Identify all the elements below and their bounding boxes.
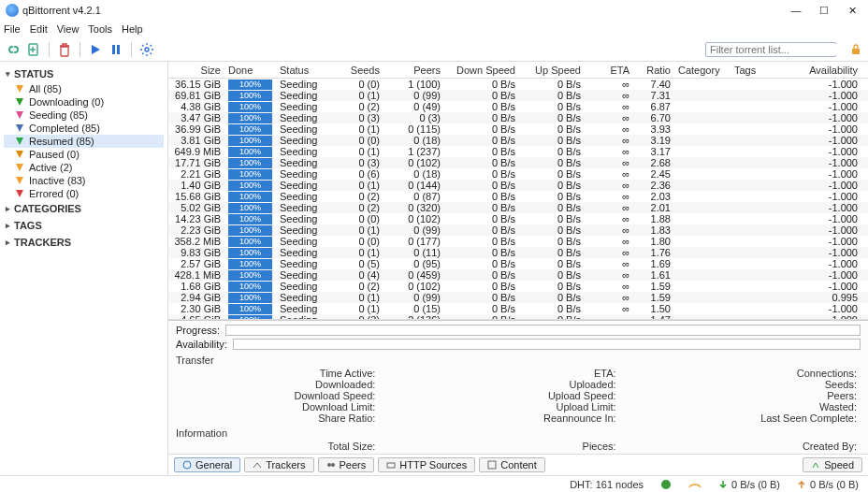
sidebar: ▾STATUS All (85)Downloading (0)Seeding (… <box>0 62 168 475</box>
svg-point-6 <box>183 461 191 469</box>
search-box[interactable] <box>705 42 836 57</box>
tab-trackers[interactable]: Trackers <box>244 457 313 472</box>
resume-icon[interactable] <box>88 42 103 57</box>
svg-rect-5 <box>852 49 860 54</box>
sidebar-item[interactable]: Inactive (83) <box>4 174 164 187</box>
table-row[interactable]: 15.68 GiB100%Seeding0 (2)0 (87)0 B/s0 B/… <box>168 191 868 202</box>
table-row[interactable]: 2.57 GiB100%Seeding0 (5)0 (95)0 B/s0 B/s… <box>168 258 868 269</box>
menubar: File Edit View Tools Help <box>0 21 868 37</box>
table-row[interactable]: 649.9 MiB100%Seeding0 (1)1 (237)0 B/s0 B… <box>168 146 868 157</box>
sidebar-item[interactable]: Active (2) <box>4 161 164 174</box>
details-tabs: General Trackers Peers HTTP Sources Cont… <box>168 454 868 475</box>
table-row[interactable]: 2.21 GiB100%Seeding0 (6)0 (18)0 B/s0 B/s… <box>168 168 868 180</box>
transfer-section: Transfer <box>176 353 861 366</box>
table-row[interactable]: 2.94 GiB100%Seeding0 (1)0 (99)0 B/s0 B/s… <box>168 292 868 303</box>
table-row[interactable]: 1.40 GiB100%Seeding0 (1)0 (144)0 B/s0 B/… <box>168 180 868 191</box>
svg-point-8 <box>331 463 335 467</box>
maximize-button[interactable]: ☐ <box>817 5 831 17</box>
information-section: Information <box>176 426 861 439</box>
sidebar-item[interactable]: Seeding (85) <box>4 109 164 122</box>
tab-content[interactable]: Content <box>479 457 545 472</box>
table-row[interactable]: 5.02 GiB100%Seeding0 (2)0 (320)0 B/s0 B/… <box>168 202 868 213</box>
minimize-button[interactable]: — <box>789 5 803 17</box>
availability-label: Availability: <box>176 339 227 350</box>
svg-rect-2 <box>117 45 120 54</box>
tab-http-sources[interactable]: HTTP Sources <box>378 457 475 472</box>
svg-rect-10 <box>488 461 496 469</box>
alt-speed-icon[interactable] <box>688 480 702 489</box>
details-panel: Progress: Availability: Transfer Time Ac… <box>168 320 868 454</box>
toolbar <box>0 37 868 62</box>
search-input[interactable] <box>710 44 839 55</box>
table-row[interactable]: 17.71 GiB100%Seeding0 (3)0 (102)0 B/s0 B… <box>168 157 868 168</box>
close-button[interactable]: ✕ <box>846 5 859 17</box>
add-link-icon[interactable] <box>6 42 21 57</box>
table-row[interactable]: 14.23 GiB100%Seeding0 (0)0 (102)0 B/s0 B… <box>168 213 868 224</box>
menu-file[interactable]: File <box>4 23 21 35</box>
pause-icon[interactable] <box>108 42 123 57</box>
add-file-icon[interactable] <box>26 42 41 57</box>
sidebar-item[interactable]: Errored (0) <box>4 187 164 200</box>
sidebar-item[interactable]: Downloading (0) <box>4 95 164 109</box>
table-row[interactable]: 36.15 GiB100%Seeding0 (0)1 (100)0 B/s0 B… <box>168 79 868 90</box>
titlebar: qBittorrent v4.2.1 — ☐ ✕ <box>0 0 868 21</box>
menu-edit[interactable]: Edit <box>30 23 48 35</box>
lock-icon[interactable] <box>849 43 862 56</box>
menu-tools[interactable]: Tools <box>88 23 112 35</box>
sidebar-trackers-header[interactable]: ▸TRACKERS <box>4 234 164 251</box>
table-row[interactable]: 4.38 GiB100%Seeding0 (2)0 (49)0 B/s0 B/s… <box>168 101 868 112</box>
menu-help[interactable]: Help <box>122 23 143 35</box>
tab-general[interactable]: General <box>174 457 240 472</box>
svg-rect-9 <box>387 463 395 468</box>
table-row[interactable]: 428.1 MiB100%Seeding0 (4)0 (459)0 B/s0 B… <box>168 269 868 281</box>
progress-bar <box>225 325 861 336</box>
sidebar-status-header[interactable]: ▾STATUS <box>4 65 164 82</box>
sidebar-item[interactable]: Paused (0) <box>4 148 164 161</box>
tab-peers[interactable]: Peers <box>318 457 375 472</box>
table-header[interactable]: Size Done Status Seeds Peers Down Speed … <box>168 62 868 79</box>
torrent-table[interactable]: Size Done Status Seeds Peers Down Speed … <box>168 62 868 320</box>
svg-point-7 <box>327 463 331 467</box>
menu-view[interactable]: View <box>57 23 80 35</box>
availability-bar <box>233 339 861 350</box>
svg-point-11 <box>661 480 671 489</box>
table-row[interactable]: 3.47 GiB100%Seeding0 (3)0 (3)0 B/s0 B/s∞… <box>168 112 868 123</box>
down-speed-status[interactable]: 0 B/s (0 B) <box>718 479 780 490</box>
dht-status[interactable]: DHT: 161 nodes <box>570 479 644 490</box>
delete-icon[interactable] <box>57 42 72 57</box>
sidebar-categories-header[interactable]: ▸CATEGORIES <box>4 200 164 217</box>
app-icon <box>6 4 19 17</box>
sidebar-item[interactable]: All (85) <box>4 82 164 95</box>
table-row[interactable]: 3.81 GiB100%Seeding0 (0)0 (18)0 B/s0 B/s… <box>168 135 868 146</box>
table-row[interactable]: 2.30 GiB100%Seeding0 (1)0 (15)0 B/s0 B/s… <box>168 303 868 314</box>
svg-rect-1 <box>112 45 115 54</box>
table-row[interactable]: 1.68 GiB100%Seeding0 (2)0 (102)0 B/s0 B/… <box>168 281 868 292</box>
table-row[interactable]: 2.23 GiB100%Seeding0 (1)0 (99)0 B/s0 B/s… <box>168 224 868 236</box>
table-row[interactable]: 4.65 GiB100%Seeding0 (3)2 (136)0 B/s0 B/… <box>168 314 868 320</box>
sidebar-item[interactable]: Resumed (85) <box>4 135 164 148</box>
sidebar-item[interactable]: Completed (85) <box>4 122 164 135</box>
table-row[interactable]: 9.83 GiB100%Seeding0 (1)0 (11)0 B/s0 B/s… <box>168 247 868 258</box>
svg-point-3 <box>145 48 149 51</box>
table-row[interactable]: 358.2 MiB100%Seeding0 (0)0 (177)0 B/s0 B… <box>168 236 868 247</box>
table-row[interactable]: 36.99 GiB100%Seeding0 (1)0 (115)0 B/s0 B… <box>168 123 868 135</box>
speed-button[interactable]: Speed <box>803 457 862 472</box>
sidebar-tags-header[interactable]: ▸TAGS <box>4 217 164 234</box>
connection-status-icon[interactable] <box>660 479 672 490</box>
statusbar: DHT: 161 nodes 0 B/s (0 B) 0 B/s (0 B) <box>0 475 868 492</box>
progress-label: Progress: <box>176 325 220 336</box>
table-row[interactable]: 69.81 GiB100%Seeding0 (1)0 (99)0 B/s0 B/… <box>168 90 868 101</box>
settings-icon[interactable] <box>139 42 154 57</box>
up-speed-status[interactable]: 0 B/s (0 B) <box>797 479 859 490</box>
window-title: qBittorrent v4.2.1 <box>22 5 789 16</box>
